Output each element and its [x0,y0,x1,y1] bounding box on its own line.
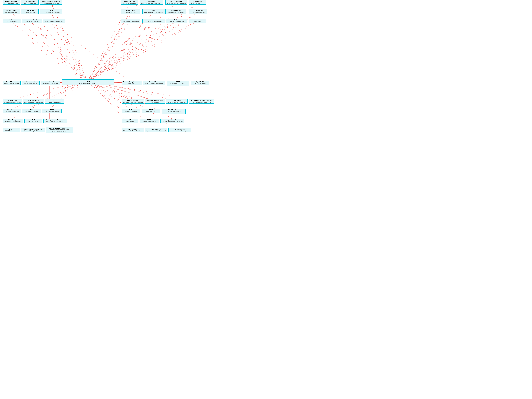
node-collierville-website[interactable]: Town of Collierville Town of Colliervill… [3,81,21,85]
svg-line-23 [51,22,87,82]
node-mdot-nws[interactable]: MDOT MDOT NWS Sensors [3,128,20,132]
node-pollution-control[interactable]: Memphis and Shelby County Health Memphis… [46,127,73,133]
node-germantown-police[interactable]: City of Germantown City of Germantown Po… [160,119,184,123]
node-germantown-toc[interactable]: City of Germantown City of Germantown TO… [3,0,20,5]
svg-line-24 [87,22,130,82]
node-bartlett-website[interactable]: City of Bartlett City of Bartlett Websit… [191,81,209,85]
node-memphis-website[interactable]: City of Memphis City of Memphis Website [3,109,21,113]
node-olive-branch-nws[interactable]: City of Olive Branch City of Olive Branc… [23,99,44,104]
node-olive-branch-toc[interactable]: City of Olive Branch City of Olive Branc… [3,19,21,23]
node-darts-dispatch[interactable]: DARTS DARTS Dispatch Center [139,119,159,123]
node-mata-dispatch[interactable]: MATA MATA Dispatch Center [122,109,140,113]
svg-line-22 [31,22,87,82]
node-municipal-toc[interactable]: Municipal/County Government Municipal TO… [122,81,142,85]
svg-line-8 [26,3,87,82]
node-bartlett-police[interactable]: City of Bartlett City of Bartlett Police… [166,99,188,104]
diagram-container: City of Germantown City of Germantown TO… [0,0,532,399]
node-millington-toc[interactable]: City of Millington City of Millington TO… [3,9,20,14]
node-millington-website[interactable]: City of Millington City of Millington We… [189,9,207,14]
node-shelby-toc[interactable]: Shelby County Shelby County TOC [121,9,140,14]
svg-line-9 [51,3,87,82]
svg-line-21 [11,22,87,82]
node-mdot-district2[interactable]: MDOT MDOT District 2 Maintenance [121,19,140,23]
node-germantown-website[interactable]: City of Germantown City of Germantown We… [41,81,60,85]
node-mdot-sw-regional[interactable]: MDOT MDOT Southwest Regional TOC [43,19,65,23]
node-memphis-police[interactable]: City of Memphis City of Memphis Police D… [122,128,144,132]
node-horn-lake-toc[interactable]: City of Horn Lake City of Horn Lake TOC [121,0,138,5]
node-municipal-safety-dispatch[interactable]: Municipal/County Government Municipal Pu… [44,119,67,123]
node-mdot-app[interactable]: MDOT MDOTTraffic App [142,109,160,113]
node-municipal-nws[interactable]: Municipal/County Government Municipal Co… [21,128,45,132]
node-mhp-dispatch[interactable]: Mississippi Highway Patrol MHP Dispatch [145,99,165,104]
node-municipal-maintenance[interactable]: Municipal/County Government Municipal Co… [40,0,62,5]
node-bartlett-sensors[interactable]: City of Bartlett City of Bartlett Sensor… [22,81,40,85]
node-horn-lake-911[interactable]: City of Horn Lake City of Horn Lake 911 … [168,128,191,132]
node-mdot-traffic[interactable]: MDOT MDOTTraffic [189,19,206,23]
node-tdot-nws[interactable]: TDOT TDOT NWS Sensors [25,119,43,123]
node-tn-511[interactable]: TDOT Tennessee 511 System [22,109,41,113]
node-tdot-swift[interactable]: TDOT TDOT Statewide Information for Trav… [167,81,189,87]
svg-line-25 [87,22,153,82]
node-tdot-district-ops[interactable]: TDOT TDOT Region 4 District Operations [142,9,165,14]
node-germantown-nws[interactable]: City of Germantown City of Germantown NW… [165,0,187,5]
node-memphis-toc[interactable]: City of Memphis City of Memphis TOC [21,0,38,5]
node-tdot-maintenance-hq[interactable]: TDOT TDOT Maintenance Headquarters [142,19,165,23]
node-bartlett-toc[interactable]: City of Bartlett City of Bartlett TOC [21,9,38,14]
node-collierville-toc[interactable]: Town of Collierville Town of Colliervill… [22,19,42,23]
connections-svg [0,0,532,399]
node-memphis-nws[interactable]: City of Memphis City of Memphis NWS Sens… [165,9,186,14]
svg-line-26 [87,22,176,82]
svg-line-12 [87,3,176,82]
node-olive-branch-website[interactable]: City of Olive Branch City of Olive Branc… [166,19,187,23]
node-olive-branch-ecc[interactable]: City of Olive Branch City of Olive Branc… [162,109,186,114]
node-tri-muni-tocs[interactable]: Tri Municipal and County Traffic Sites A… [189,99,214,104]
svg-line-11 [87,3,138,82]
node-tdot-smartway[interactable]: TDOT TDOT SmartWay Website [42,109,62,113]
node-memphis-public-works[interactable]: City of Memphis City of Memphis Public W… [139,0,163,5]
node-millington-nws[interactable]: City of Millington City of Millington NW… [3,119,24,123]
svg-line-7 [11,3,87,82]
node-thp-dispatch[interactable]: THP THP Dispatch [122,119,138,123]
node-mdot-website[interactable]: MDOT MDOTTraffic Website [45,99,64,104]
node-southaven-police[interactable]: City of Southaven City of Southaven Poli… [145,128,167,132]
svg-line-13 [87,3,198,82]
svg-line-10 [87,3,130,82]
svg-line-27 [87,22,196,82]
node-southaven-toc[interactable]: City of Southaven City of Southaven TOC [189,0,206,5]
node-horn-lake-nws[interactable]: City of Horn Lake City of Horn Lake NWS … [3,99,22,104]
node-collierville-police[interactable]: Town of Collierville Town of Colliervill… [122,99,144,104]
node-tdot-region4[interactable]: TDOT TDOT Region 4 TMC - Memphis [40,9,62,14]
node-collierville-nws[interactable]: Town of Collierville Town of Colliervill… [143,81,165,85]
node-nws-hub[interactable]: TDOT National Weather Service [62,79,114,85]
